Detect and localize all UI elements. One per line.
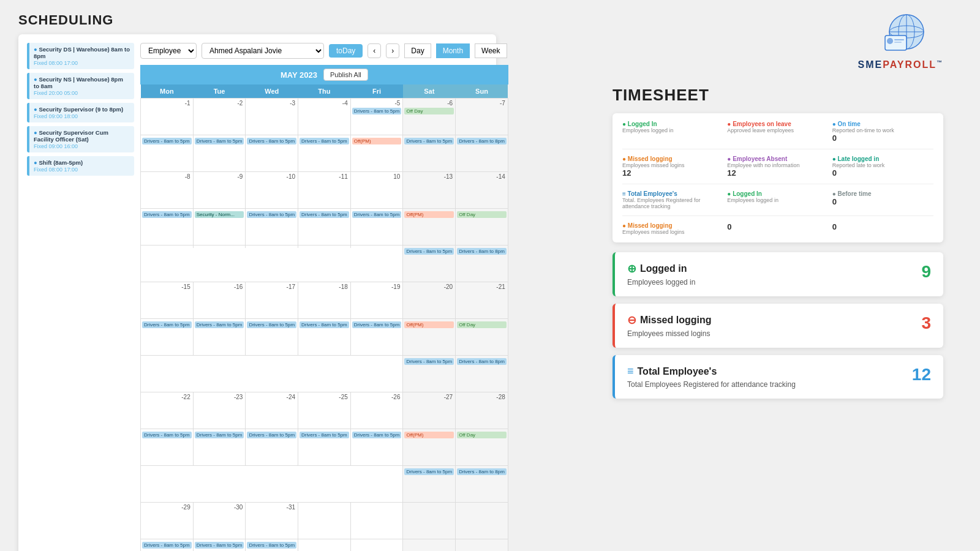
employee-select[interactable]: Ahmed Aspalani Jovie [202, 43, 324, 59]
day-cell[interactable]: -9 [193, 172, 246, 209]
day-cell[interactable]: -18 [298, 282, 351, 319]
day-cell[interactable]: Off(PM) [350, 135, 403, 172]
day-cell-sat[interactable]: Drivers - 8am to 5pm [403, 466, 456, 503]
day-cell[interactable]: -17 [246, 282, 298, 319]
day-cell-today[interactable]: 10 [350, 172, 403, 209]
shift-bar: Drivers - 8am to 5pm [404, 248, 454, 255]
day-cell[interactable]: Drivers - 8am to 5pm [141, 209, 194, 246]
day-cell-sat[interactable]: Drivers - 8am to 5pm [403, 246, 456, 282]
day-cell[interactable]: Drivers - 8am to 5pm [193, 135, 246, 172]
day-cell[interactable]: Drivers - 8am to 5pm [141, 539, 194, 552]
day-cell[interactable]: -10 [246, 172, 298, 209]
day-cell-sun[interactable]: -14 [456, 172, 508, 209]
shift-bar-offpm: Off(PM) [352, 138, 402, 144]
day-cell[interactable]: -1 [141, 99, 194, 135]
day-cell-sat[interactable]: -20 [403, 282, 456, 319]
col-sun: Sun [456, 84, 508, 99]
publish-button[interactable]: Publish All [323, 69, 368, 81]
day-cell[interactable]: -8 [141, 172, 194, 209]
stat-empty-3: 0 [832, 222, 933, 235]
stats-row-4: ● Missed logging Employees missed logins… [622, 222, 933, 235]
type-select[interactable]: Employee [140, 43, 197, 59]
day-cell-sun[interactable]: Drivers - 8am to 8pm [456, 466, 508, 503]
day-cell[interactable]: -2 [193, 99, 246, 135]
day-cell[interactable]: Drivers - 8am to 5pm [298, 135, 351, 172]
day-cell[interactable]: -15 [141, 282, 194, 319]
day-cell[interactable]: Drivers - 8am to 5pm [193, 429, 246, 466]
day-cell-sun[interactable]: -21 [456, 282, 508, 319]
day-cell[interactable]: Drivers - 8am to 5pm [246, 319, 298, 356]
day-cell-sun[interactable]: Drivers - 8am to 8pm [456, 246, 508, 282]
day-cell-sun[interactable]: -7 [456, 99, 508, 135]
missed-icon: ⊖ [627, 313, 636, 327]
day-cell[interactable]: -3 [246, 99, 298, 135]
day-cell-sat[interactable]: Drivers - 8am to 5pm [403, 135, 456, 172]
day-cell[interactable]: Drivers - 8am to 5pm [193, 539, 246, 552]
day-cell[interactable]: Drivers - 8am to 5pm [246, 209, 298, 246]
day-view-button[interactable]: Day [404, 43, 431, 58]
shift-time-4: Fixed 09:00 16:00 [34, 143, 130, 149]
day-cell[interactable]: Drivers - 8am to 5pm [298, 319, 351, 356]
day-cell[interactable]: Drivers - 8am to 5pm [141, 429, 194, 466]
day-cell-empty [403, 503, 456, 539]
left-panel: SCHEDULING ● Security DS | Warehouse) 8a… [18, 12, 496, 551]
day-cell-sat[interactable]: Drivers - 8am to 5pm [403, 356, 456, 392]
scheduling-container: ● Security DS | Warehouse) 8am to 8pm Fi… [18, 34, 496, 551]
day-cell[interactable]: Drivers - 8am to 5pm [298, 429, 351, 466]
day-cell[interactable]: Drivers - 8am to 5pm [246, 135, 298, 172]
calendar-grid: Mon Tue Wed Thu Fri Sat Sun [140, 84, 508, 551]
day-cell[interactable]: -24 [246, 392, 298, 429]
day-cell-sat[interactable]: Off(PM) [403, 429, 456, 466]
day-cell[interactable]: Drivers - 8am to 5pm [350, 319, 403, 356]
day-cell[interactable]: -26 [350, 392, 403, 429]
cal-month-header: MAY 2023 Publish All [140, 65, 508, 84]
day-cell[interactable]: Security - Norm... [193, 209, 246, 246]
day-cell-sun[interactable]: Drivers - 8am to 8pm [456, 356, 508, 392]
day-cell-sat[interactable]: -27 [403, 392, 456, 429]
day-cell[interactable]: Drivers - 8am to 5pm [141, 135, 194, 172]
day-cell[interactable]: -16 [193, 282, 246, 319]
day-cell-sat[interactable]: Off(PM) [403, 209, 456, 246]
day-cell-sat[interactable]: Off(PM) [403, 319, 456, 356]
day-cell-sun[interactable]: Off Day [456, 429, 508, 466]
day-cell-sun[interactable]: Drivers - 8am to 8pm [456, 135, 508, 172]
day-cell[interactable]: Drivers - 8am to 5pm [141, 319, 194, 356]
day-cell-empty [456, 539, 508, 552]
day-cell[interactable]: Drivers - 8am to 5pm [246, 429, 298, 466]
day-cell-sun[interactable]: Off Day [456, 319, 508, 356]
day-cell-sun[interactable]: -28 [456, 392, 508, 429]
day-cell[interactable]: -19 [350, 282, 403, 319]
day-cell[interactable]: -11 [298, 172, 351, 209]
stat-total-emp: ≡ Total Employee's Total. Employees Regi… [622, 190, 723, 209]
day-cell[interactable]: Drivers - 8am to 5pm [350, 209, 403, 246]
day-cell[interactable]: Drivers - 8am to 5pm [298, 209, 351, 246]
today-button[interactable]: toDay [329, 44, 363, 58]
day-cell[interactable]: Drivers - 8am to 5pm [350, 429, 403, 466]
shift-bar: Drivers - 8am to 5pm [247, 542, 296, 549]
day-cell-sun[interactable]: Off Day [456, 209, 508, 246]
day-cell[interactable]: -29 [141, 503, 194, 539]
shift-item-4: ● Security Supervisor Cum Facility Offic… [27, 126, 134, 152]
cal-toolbar: Employee Ahmed Aspalani Jovie toDay ‹ › … [140, 43, 508, 59]
day-cell[interactable]: -25 [298, 392, 351, 429]
shift-bar-sec: Security - Norm... [195, 211, 244, 218]
shift-list: ● Security DS | Warehouse) 8am to 8pm Fi… [27, 43, 134, 551]
month-view-button[interactable]: Month [436, 43, 470, 58]
day-cell[interactable]: -22 [141, 392, 194, 429]
day-cell[interactable]: -4 [298, 99, 351, 135]
day-cell-sat[interactable]: -13 [403, 172, 456, 209]
day-cell[interactable]: Drivers - 8am to 5pm [246, 539, 298, 552]
stat-missed-logging: ● Missed logging Employees missed logins… [622, 156, 723, 178]
week-view-button[interactable]: Week [475, 43, 507, 58]
day-cell[interactable]: -31 [246, 503, 298, 539]
day-cell[interactable]: Drivers - 8am to 5pm [193, 319, 246, 356]
shift-time-2: Fixed 20:00 05:00 [34, 90, 130, 96]
day-cell[interactable]: -5 Drivers - 8am to 5pm [350, 99, 403, 135]
next-button[interactable]: › [386, 43, 399, 58]
prev-button[interactable]: ‹ [368, 43, 381, 58]
day-cell[interactable]: -30 [193, 503, 246, 539]
shift-name-1: ● Security DS | Warehouse) 8am to 8pm [34, 46, 130, 59]
day-cell[interactable]: -23 [193, 392, 246, 429]
day-cell-sat[interactable]: -6 Off Day [403, 99, 456, 135]
shift-bar: Drivers - 8am to 8pm [457, 358, 507, 365]
